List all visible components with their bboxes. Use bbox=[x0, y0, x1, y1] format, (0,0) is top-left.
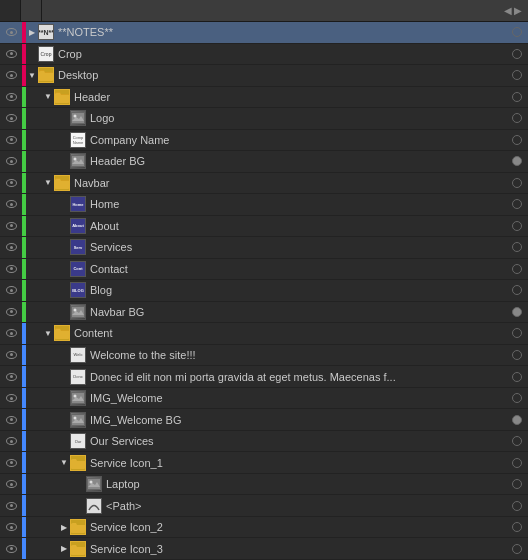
layer-options-icon[interactable] bbox=[506, 372, 528, 382]
eye-visibility-icon[interactable] bbox=[0, 71, 22, 79]
layer-options-icon[interactable] bbox=[506, 458, 528, 468]
layer-row[interactable]: ▶Service Icon_2 bbox=[0, 517, 528, 539]
layer-name-label: Welcome to the site!!! bbox=[90, 349, 506, 361]
eye-visibility-icon[interactable] bbox=[0, 286, 22, 294]
layer-color-bar bbox=[22, 259, 26, 280]
layer-options-icon[interactable] bbox=[506, 544, 528, 554]
layer-options-icon[interactable] bbox=[506, 178, 528, 188]
layer-row[interactable]: ▶**N****NOTES** bbox=[0, 22, 528, 44]
eye-visibility-icon[interactable] bbox=[0, 373, 22, 381]
layer-row[interactable]: ▼Desktop bbox=[0, 65, 528, 87]
eye-visibility-icon[interactable] bbox=[0, 243, 22, 251]
eye-visibility-icon[interactable] bbox=[0, 222, 22, 230]
layer-options-icon[interactable] bbox=[506, 49, 528, 59]
eye-visibility-icon[interactable] bbox=[0, 265, 22, 273]
collapse-arrow-icon[interactable]: ▼ bbox=[42, 329, 54, 338]
expand-arrow-icon[interactable]: ▶ bbox=[58, 544, 70, 553]
layer-color-bar bbox=[22, 538, 26, 559]
layer-row[interactable]: ▼Header bbox=[0, 87, 528, 109]
layer-row[interactable]: ▼Content bbox=[0, 323, 528, 345]
tab-arrows[interactable]: ◀ ▶ bbox=[498, 5, 528, 16]
layer-thumbnail: Home bbox=[70, 196, 86, 212]
layer-row[interactable]: <Path> bbox=[0, 495, 528, 517]
layer-options-icon[interactable] bbox=[506, 328, 528, 338]
layer-options-icon[interactable] bbox=[506, 199, 528, 209]
layer-options-icon[interactable] bbox=[506, 393, 528, 403]
eye-open-icon bbox=[6, 286, 17, 294]
eye-visibility-icon[interactable] bbox=[0, 157, 22, 165]
collapse-arrow-icon[interactable]: ▼ bbox=[42, 178, 54, 187]
layer-row[interactable]: Logo bbox=[0, 108, 528, 130]
visibility-circle-icon bbox=[512, 92, 522, 102]
layer-options-icon[interactable] bbox=[506, 242, 528, 252]
layer-row[interactable]: HomeHome bbox=[0, 194, 528, 216]
eye-visibility-icon[interactable] bbox=[0, 114, 22, 122]
layer-row[interactable]: DoncDonec id elit non mi porta gravida a… bbox=[0, 366, 528, 388]
layer-row[interactable]: Header BG bbox=[0, 151, 528, 173]
eye-visibility-icon[interactable] bbox=[0, 28, 22, 36]
layer-row[interactable]: ▼Navbar bbox=[0, 173, 528, 195]
layer-options-icon[interactable] bbox=[506, 92, 528, 102]
layer-options-icon[interactable] bbox=[506, 264, 528, 274]
layer-options-icon[interactable] bbox=[506, 135, 528, 145]
eye-visibility-icon[interactable] bbox=[0, 480, 22, 488]
eye-visibility-icon[interactable] bbox=[0, 545, 22, 553]
eye-visibility-icon[interactable] bbox=[0, 394, 22, 402]
layer-name-label: Desktop bbox=[58, 69, 506, 81]
layer-options-icon[interactable] bbox=[506, 522, 528, 532]
layer-row[interactable]: ▼Service Icon_1 bbox=[0, 452, 528, 474]
layer-row[interactable]: OurOur Services bbox=[0, 431, 528, 453]
eye-open-icon bbox=[6, 394, 17, 402]
layer-row[interactable]: IMG_Welcome bbox=[0, 388, 528, 410]
layer-row[interactable]: ▶Service Icon_3 bbox=[0, 538, 528, 560]
eye-open-icon bbox=[6, 459, 17, 467]
expand-arrow-icon[interactable]: ▶ bbox=[58, 523, 70, 532]
layer-options-icon[interactable] bbox=[506, 285, 528, 295]
layer-options-icon[interactable] bbox=[506, 501, 528, 511]
eye-visibility-icon[interactable] bbox=[0, 93, 22, 101]
layer-row[interactable]: IMG_Welcome BG bbox=[0, 409, 528, 431]
layer-row[interactable]: ServServices bbox=[0, 237, 528, 259]
layer-options-icon[interactable] bbox=[506, 307, 528, 317]
collapse-arrow-icon[interactable]: ▼ bbox=[42, 92, 54, 101]
eye-visibility-icon[interactable] bbox=[0, 351, 22, 359]
layer-row[interactable]: AboutAbout bbox=[0, 216, 528, 238]
layer-name-label: Home bbox=[90, 198, 506, 210]
layer-row[interactable]: Laptop bbox=[0, 474, 528, 496]
collapse-arrow-icon[interactable]: ▼ bbox=[26, 71, 38, 80]
layer-row[interactable]: BLOGBlog bbox=[0, 280, 528, 302]
layer-options-icon[interactable] bbox=[506, 436, 528, 446]
eye-visibility-icon[interactable] bbox=[0, 136, 22, 144]
eye-visibility-icon[interactable] bbox=[0, 179, 22, 187]
layer-row[interactable]: Navbar BG bbox=[0, 302, 528, 324]
tab-artboards[interactable] bbox=[21, 0, 42, 21]
layer-options-icon[interactable] bbox=[506, 70, 528, 80]
layer-options-icon[interactable] bbox=[506, 415, 528, 425]
layer-options-icon[interactable] bbox=[506, 113, 528, 123]
eye-visibility-icon[interactable] bbox=[0, 502, 22, 510]
eye-visibility-icon[interactable] bbox=[0, 329, 22, 337]
layer-options-icon[interactable] bbox=[506, 350, 528, 360]
layer-row[interactable]: ContContact bbox=[0, 259, 528, 281]
eye-visibility-icon[interactable] bbox=[0, 416, 22, 424]
eye-visibility-icon[interactable] bbox=[0, 50, 22, 58]
layer-color-bar bbox=[22, 366, 26, 387]
layer-options-icon[interactable] bbox=[506, 27, 528, 37]
layer-options-icon[interactable] bbox=[506, 221, 528, 231]
eye-visibility-icon[interactable] bbox=[0, 523, 22, 531]
eye-visibility-icon[interactable] bbox=[0, 308, 22, 316]
layer-row[interactable]: Comp NameCompany Name bbox=[0, 130, 528, 152]
expand-arrow-icon[interactable]: ▶ bbox=[26, 28, 38, 37]
layer-name-label: Donec id elit non mi porta gravida at eg… bbox=[90, 371, 506, 383]
layer-row[interactable]: CropCrop bbox=[0, 44, 528, 66]
layer-options-icon[interactable] bbox=[506, 479, 528, 489]
eye-visibility-icon[interactable] bbox=[0, 437, 22, 445]
collapse-arrow-icon[interactable]: ▼ bbox=[58, 458, 70, 467]
layer-options-icon[interactable] bbox=[506, 156, 528, 166]
layer-color-bar bbox=[22, 194, 26, 215]
eye-visibility-icon[interactable] bbox=[0, 200, 22, 208]
layer-name-label: Navbar bbox=[74, 177, 506, 189]
tab-layers[interactable] bbox=[0, 0, 21, 21]
layer-row[interactable]: WelcWelcome to the site!!! bbox=[0, 345, 528, 367]
eye-visibility-icon[interactable] bbox=[0, 459, 22, 467]
